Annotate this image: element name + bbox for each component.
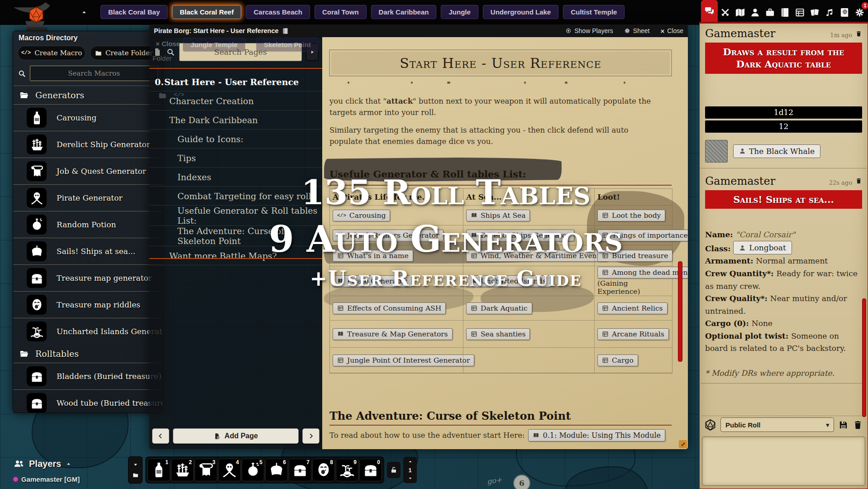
macro-item-job-quest-generator[interactable]: Job & Quest Generator	[13, 158, 162, 184]
link-button-carousing[interactable]: </>Carousing	[333, 210, 390, 221]
link-button-sea-shanties[interactable]: Sea shanties	[466, 328, 530, 340]
toc-item-want-more-battle-maps[interactable]: Want more Battle Maps?	[149, 246, 322, 265]
result-link-button[interactable]: The Black Whale	[733, 144, 820, 158]
toc-item-combat-targeting-for-easy-rolls[interactable]: Combat Targeting for easy rolls	[149, 187, 322, 206]
hotbar-slot-2[interactable]: 2	[171, 459, 194, 481]
link-button-dark-aquatic[interactable]: Dark Aquatic	[466, 302, 532, 314]
sidebar-tab-items[interactable]	[763, 3, 777, 22]
sidebar-tab-actors[interactable]	[748, 3, 763, 22]
delete-message-icon[interactable]	[855, 177, 862, 184]
resize-handle[interactable]	[679, 440, 687, 448]
hotbar-page-control[interactable]: 1	[403, 457, 417, 483]
module-link-button[interactable]: 0.1: Module: Using This Module	[528, 429, 665, 441]
link-button-buried-treasure[interactable]: Buried treasure	[597, 250, 672, 262]
link-button-what-s-in-a-name[interactable]: What's in a name	[333, 250, 413, 262]
macro-item-treasure-map-generator[interactable]: Treasure map generator	[13, 264, 162, 291]
scene-tab-black-coral-bay[interactable]: Black Coral Bay	[100, 5, 167, 19]
link-button-wind-weather-maritime-events[interactable]: Wind, Weather & Maritime Events	[466, 250, 608, 262]
hotbar-slot-8[interactable]: 8	[312, 459, 335, 481]
next-page-button[interactable]	[302, 428, 320, 444]
roll-formula[interactable]: 1d12	[705, 106, 862, 119]
scene-tab-dark-caribbean[interactable]: Dark Caribbean	[371, 5, 437, 19]
macro-item-treasure-map-riddles[interactable]: Treasure map riddles	[13, 291, 162, 318]
sidebar-tab-combat[interactable]	[718, 3, 733, 22]
link-button-things-of-importance[interactable]: Things of importance	[597, 230, 688, 241]
macro-item-sails-ships-at-sea[interactable]: Sails! Ships at sea...	[13, 238, 162, 264]
toc-item-guide-to-icons[interactable]: Guide to Icons:	[149, 129, 322, 149]
link-button-ships-at-sea[interactable]: Ships At Sea	[466, 210, 530, 221]
macro-item-pirate-generator[interactable]: Pirate Generator	[13, 184, 162, 211]
nav-collapse-icon[interactable]	[81, 9, 88, 15]
sidebar-tab-settings[interactable]: 1	[852, 3, 867, 22]
link-button-among-the-dead-men-y[interactable]: Among the dead men y	[597, 267, 688, 278]
macro-folder-generators[interactable]: Generators	[13, 86, 162, 104]
hotbar-slot-1[interactable]: 1	[148, 459, 170, 481]
sidebar-tab-cards[interactable]	[807, 3, 822, 22]
link-button-arcane-rituals[interactable]: Arcane Rituals	[597, 328, 669, 340]
macro-item-bladders-buried-treasure[interactable]: Bladders (Buried treasure).	[13, 363, 162, 389]
macro-item-carousing[interactable]: Carousing	[13, 104, 162, 131]
delete-message-icon[interactable]	[855, 30, 862, 37]
sidebar-tab-compendium[interactable]	[837, 3, 852, 22]
link-button-effects-of-consuming-ash[interactable]: Effects of Consuming ASH	[333, 302, 446, 314]
link-button-jungle-point-of-interest-generator[interactable]: Jungle Point Of Interest Generator	[333, 355, 474, 366]
link-button-derelict-ships-generator[interactable]: Derelict Ships Generator	[466, 230, 574, 241]
map-token[interactable]: 6	[513, 475, 530, 489]
toc-item-the-adventure-curse-of-skeleton-point[interactable]: The Adventure: Curse of Skeleton Point	[149, 226, 322, 246]
show-players-button[interactable]: Show Players	[565, 27, 613, 34]
create-macro-button[interactable]: </> Create Macro	[18, 46, 86, 60]
macro-item-derelict-ship-generator[interactable]: Derelict Ship Generator	[13, 131, 162, 158]
sheet-config-button[interactable]: Sheet	[624, 27, 650, 34]
close-button[interactable]: × Close	[660, 27, 683, 35]
scene-tab-skeleton-point[interactable]: Skeleton Point	[256, 38, 319, 52]
macro-folder-rolltables[interactable]: Rolltables	[13, 345, 162, 363]
sidebar-tab-rolltables[interactable]	[792, 3, 807, 22]
macro-item-wood-tube-buried-treasure[interactable]: Wood tube (Buried treasure)	[13, 389, 162, 413]
link-button-uncharted-islands[interactable]: Uncharted Islands	[466, 275, 551, 287]
create-folder-button[interactable]: Create Folder	[90, 46, 158, 60]
sidebar-tab-playlists[interactable]	[822, 3, 837, 22]
link-button-cargo[interactable]: Cargo	[597, 355, 638, 366]
hotbar-lock-button[interactable]	[387, 462, 401, 478]
link-button-jobs-rumors-generator[interactable]: Jobs & Rumors Generator	[333, 230, 444, 241]
toc-item-tips[interactable]: Tips	[149, 149, 322, 168]
scene-tab-jungle-temple[interactable]: Jungle Temple	[183, 38, 245, 52]
scene-tab-coral-town[interactable]: Coral Town	[315, 5, 367, 19]
ship-class-button[interactable]: Longboat	[733, 241, 792, 254]
scene-tab-carcass-beach[interactable]: Carcass Beach	[246, 5, 310, 19]
journal-scrollbar[interactable]	[678, 261, 682, 362]
hotbar-slot-7[interactable]: 7	[289, 459, 311, 481]
add-page-button[interactable]: Add Page	[173, 428, 299, 444]
toc-item-start-here-user-reference[interactable]: 0.Start Here - User Reference	[149, 72, 322, 91]
sidebar-tab-journal[interactable]	[777, 3, 792, 22]
hotbar-slot-9[interactable]: 9	[336, 459, 358, 481]
clear-log-icon[interactable]	[853, 420, 863, 430]
sidebar-tab-scenes[interactable]	[733, 3, 748, 22]
hotbar-slot-4[interactable]: 4	[218, 459, 241, 481]
hotbar-slot-3[interactable]: 3	[195, 459, 217, 481]
roll-mode-select[interactable]: Public Roll ▾	[720, 417, 834, 432]
link-button-ancient-relics[interactable]: Ancient Relics	[597, 302, 668, 314]
hotbar-slot-6[interactable]: 6	[265, 459, 288, 481]
previous-page-button[interactable]	[152, 428, 169, 444]
macros-search-input[interactable]	[30, 66, 158, 81]
link-button-loot-the-body[interactable]: Loot the body	[597, 210, 665, 221]
chat-scrollbar[interactable]	[862, 298, 866, 417]
foundry-logo[interactable]	[11, 1, 62, 35]
chat-input[interactable]	[702, 436, 865, 486]
macro-item-random-potion[interactable]: Random Potion	[13, 211, 162, 238]
dice-d20-icon[interactable]	[704, 419, 716, 431]
players-header[interactable]: Players	[14, 458, 80, 469]
scene-tab-underground-lake[interactable]: Underground Lake	[483, 5, 558, 19]
link-button-pirate-generator[interactable]: Pirate Generator	[333, 275, 412, 287]
hotbar-menu-control[interactable]	[128, 456, 143, 484]
scene-tab-jungle[interactable]: Jungle	[441, 5, 478, 19]
link-button-treasure-map-generators[interactable]: Treasure & Map Generators	[333, 328, 453, 340]
hotbar-slot-0[interactable]: 0	[359, 459, 382, 481]
macro-item-uncharted-islands-generator[interactable]: Uncharted Islands Generator	[13, 318, 162, 345]
sidebar-tab-chat[interactable]	[701, 0, 718, 22]
toc-item-usefule-generator-roll-tables-list[interactable]: Usefule Generator & Roll tables List:	[149, 206, 322, 226]
toc-item-the-dark-caribbean[interactable]: The Dark Caribbean	[149, 110, 322, 129]
scene-tab-black-coral-reef[interactable]: Black Coral Reef	[172, 5, 241, 19]
save-log-icon[interactable]	[838, 420, 849, 430]
